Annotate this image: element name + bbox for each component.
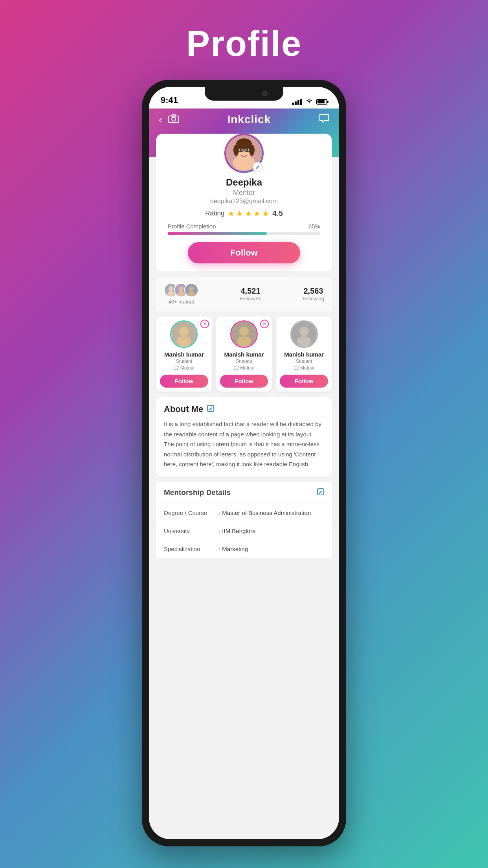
svg-point-29: [237, 336, 251, 346]
battery-icon: [316, 99, 327, 105]
mentorship-row-2: Specialization : Marketing: [156, 540, 332, 558]
mentorship-val-0: : Master of Business Administration: [219, 509, 311, 516]
progress-section: Profile Completion 65%: [164, 223, 324, 235]
suggestion-mutual-2: 12 Mutual: [220, 365, 268, 371]
about-header: About Me: [164, 404, 324, 414]
status-time: 9:41: [161, 95, 178, 105]
edit-avatar-button[interactable]: [253, 162, 263, 172]
mutual-avatars: [164, 283, 198, 297]
camera-icon[interactable]: [168, 114, 179, 126]
page-title-text: Profile: [186, 24, 302, 64]
followers-label: Followers: [240, 296, 262, 302]
mutual-avatar-3: [184, 283, 198, 297]
svg-point-17: [167, 291, 174, 296]
mutual-section: 40+ mutual: [164, 283, 198, 305]
suggestion-name-2: Manish kumar: [220, 351, 268, 358]
svg-point-14: [246, 149, 248, 151]
svg-point-32: [297, 336, 311, 346]
header-left: ‹: [159, 114, 179, 126]
svg-point-6: [233, 155, 255, 171]
suggestion-role-1: Student: [160, 359, 208, 364]
mentorship-val-2: : Marketing: [219, 546, 248, 552]
profile-name: Deepika: [164, 177, 324, 188]
mentorship-key-1: University: [164, 528, 219, 534]
header-title: Inkclick: [227, 113, 271, 126]
stars: ★ ★ ★ ★ ★: [227, 209, 269, 218]
suggestion-avatar-2: [230, 320, 258, 348]
suggestion-avatar-1: [170, 320, 198, 348]
suggestion-close-1[interactable]: ✕: [200, 320, 209, 328]
svg-point-1: [172, 117, 176, 121]
followers-count: 4,521: [240, 287, 262, 296]
stats-row: 40+ mutual 4,521 Followers 2,563 Followi…: [156, 277, 332, 311]
mentorship-val-1: : IIM Banglore: [219, 528, 255, 534]
rating-row: Rating ★ ★ ★ ★ ★ 4.5: [164, 209, 324, 218]
following-stat: 2,563 Following: [303, 287, 324, 302]
progress-percent: 65%: [308, 223, 320, 230]
mentorship-title: Mentorship Details: [164, 488, 231, 497]
following-count: 2,563: [303, 287, 324, 296]
mentorship-edit-icon[interactable]: [317, 488, 324, 497]
svg-point-25: [179, 327, 189, 336]
suggestion-card-2: ✕ Manish kumar Student 12 Mutual Follow: [216, 316, 272, 392]
mentorship-header: Mentorship Details: [156, 482, 332, 504]
about-section: About Me It is a long established fact t…: [156, 397, 332, 476]
suggestion-follow-btn-1[interactable]: Follow: [160, 375, 208, 388]
svg-point-16: [169, 286, 173, 291]
suggestion-name-1: Manish kumar: [160, 351, 208, 358]
rating-value: 4.5: [272, 209, 283, 218]
wifi-icon: [305, 98, 313, 105]
follow-main-button[interactable]: Follow: [188, 242, 300, 263]
chat-icon[interactable]: [319, 114, 329, 126]
phone-screen: 9:41: [149, 87, 339, 839]
suggestion-name-3: Manish kumar: [280, 351, 328, 358]
back-icon[interactable]: ‹: [159, 114, 162, 126]
suggestion-role-2: Student: [220, 359, 268, 364]
suggestion-avatar-3: [290, 320, 318, 348]
mutual-label: 40+ mutual: [164, 299, 198, 305]
suggestion-mutual-3: 12 Mutual: [280, 365, 328, 371]
mentorship-row-0: Degree / Course : Master of Business Adm…: [156, 504, 332, 522]
about-edit-icon[interactable]: [207, 405, 214, 414]
profile-role: Mentor: [164, 189, 324, 197]
following-label: Following: [303, 296, 324, 302]
svg-point-13: [240, 149, 242, 151]
suggestion-card-1: ✕ Manish kumar Student 12 Mutual Follow: [156, 316, 212, 392]
profile-email: deppika123@gmail.com: [164, 198, 324, 205]
svg-point-9: [249, 145, 255, 156]
suggestion-follow-btn-3[interactable]: Follow: [280, 375, 328, 388]
header-right: [319, 114, 329, 126]
mentorship-row-1: University : IIM Banglore: [156, 522, 332, 540]
progress-header: Profile Completion 65%: [168, 223, 320, 230]
progress-bar-fill: [168, 232, 267, 235]
suggestion-follow-btn-2[interactable]: Follow: [220, 375, 268, 388]
svg-point-20: [178, 291, 185, 296]
phone-notch: [205, 87, 283, 101]
suggestions-row: ✕ Manish kumar Student 12 Mutual Follow …: [149, 311, 339, 397]
about-title: About Me: [164, 404, 203, 414]
progress-bar-bg: [168, 232, 320, 235]
avatar-container: [164, 134, 324, 173]
svg-point-19: [179, 286, 183, 291]
mentorship-key-2: Specialization: [164, 546, 219, 552]
svg-point-22: [189, 286, 194, 291]
followers-stat: 4,521 Followers: [240, 287, 262, 302]
signal-icon: [292, 99, 302, 105]
svg-point-31: [299, 327, 309, 336]
svg-point-28: [239, 327, 249, 336]
phone-frame: 9:41: [142, 80, 346, 846]
progress-label: Profile Completion: [168, 223, 216, 230]
avatar-ring: [224, 134, 264, 173]
suggestion-mutual-1: 12 Mutual: [160, 365, 208, 371]
suggestion-card-3: Manish kumar Student 12 Mutual Follow: [276, 316, 332, 392]
svg-point-8: [233, 145, 239, 156]
svg-point-26: [177, 336, 191, 346]
suggestion-role-3: Student: [280, 359, 328, 364]
mentorship-section: Mentorship Details Degree / Course : Mas…: [156, 482, 332, 558]
status-icons: [292, 98, 327, 105]
suggestion-close-2[interactable]: ✕: [260, 320, 269, 328]
mentorship-key-0: Degree / Course: [164, 509, 219, 516]
rating-label: Rating: [205, 210, 224, 217]
profile-card: Deepika Mentor deppika123@gmail.com Rati…: [156, 134, 332, 271]
about-text: It is a long established fact that a rea…: [164, 419, 324, 469]
